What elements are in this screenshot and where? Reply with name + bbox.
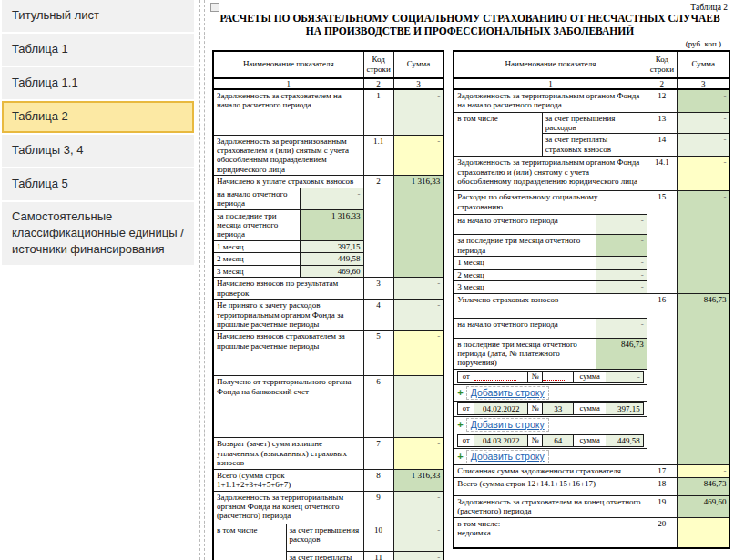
payment-number-field[interactable]: 33 bbox=[542, 403, 574, 414]
sum-cell[interactable]: - bbox=[393, 89, 443, 135]
page-title-line1: РАСЧЕТЫ ПО ОБЯЗАТЕЛЬНОМУ СОЦИАЛЬНОМУ СТР… bbox=[206, 13, 734, 25]
payment-amount-field[interactable]: - bbox=[606, 372, 643, 382]
sum-cell[interactable]: - bbox=[677, 112, 729, 134]
row-code: 16 bbox=[647, 293, 677, 465]
sum-cell[interactable]: 1 316,33 bbox=[393, 176, 443, 278]
row-code: 19 bbox=[647, 495, 677, 517]
sub-value-cell[interactable]: 397,15 bbox=[300, 240, 363, 252]
sub-value-cell[interactable]: - bbox=[596, 215, 647, 235]
row-code: 20 bbox=[647, 517, 677, 548]
sidebar-item-label: Таблица 1.1 bbox=[12, 75, 78, 91]
sum-cell[interactable]: - bbox=[393, 491, 443, 524]
sidebar-item-classification-units[interactable]: Самостоятельные классификационные единиц… bbox=[2, 202, 194, 265]
right-table: Наименование показателя Код строки Сумма… bbox=[453, 50, 730, 550]
payment-number-field[interactable] bbox=[542, 372, 574, 382]
units-label: (руб. коп.) bbox=[206, 39, 734, 48]
col-number: 2 bbox=[363, 78, 393, 89]
payment-row: от № сумма - bbox=[454, 369, 647, 384]
row-code: 7 bbox=[363, 438, 393, 469]
sum-cell[interactable]: - bbox=[393, 135, 443, 176]
sum-cell[interactable]: 846,73 bbox=[677, 477, 729, 495]
add-row-area: +Добавить строку bbox=[454, 417, 647, 433]
payment-sum-label: сумма bbox=[574, 403, 606, 414]
sidebar-item-label: Таблица 2 bbox=[12, 108, 68, 125]
row-code: 17 bbox=[647, 465, 677, 477]
payment-date-field[interactable] bbox=[474, 372, 528, 382]
page-break-line bbox=[199, 0, 200, 560]
row-label: за счет переплаты страховых взносов bbox=[542, 134, 647, 157]
sum-cell[interactable]: - bbox=[393, 331, 443, 376]
payment-sum-label: сумма bbox=[574, 435, 606, 446]
row-code: 1 bbox=[363, 89, 393, 135]
row-code: 6 bbox=[363, 376, 393, 438]
sidebar-item-title-page[interactable]: Титульный лист bbox=[2, 0, 194, 32]
row-label: в том числе: недоимка bbox=[454, 517, 647, 548]
sum-cell[interactable]: - bbox=[677, 465, 729, 477]
sum-cell[interactable]: - bbox=[677, 89, 729, 112]
sum-cell[interactable]: - bbox=[677, 157, 729, 191]
row-code: 15 bbox=[647, 191, 677, 293]
sub-value-cell[interactable]: - bbox=[596, 281, 647, 293]
sub-value-cell[interactable]: 449,58 bbox=[300, 253, 363, 265]
sub-value-cell[interactable]: 469,60 bbox=[300, 265, 363, 277]
sum-cell[interactable]: - bbox=[393, 376, 443, 438]
sum-cell[interactable]: 846,73 bbox=[677, 293, 729, 465]
sum-cell[interactable]: - bbox=[677, 191, 729, 293]
sum-cell[interactable]: - bbox=[677, 134, 729, 157]
row-label: Задолженность за страхователем на начало… bbox=[213, 89, 363, 135]
row-code: 8 bbox=[363, 469, 393, 491]
sub-value-cell[interactable]: - bbox=[596, 235, 647, 257]
row-code: 4 bbox=[363, 300, 393, 331]
sub-value-cell[interactable]: 1 316,33 bbox=[300, 209, 363, 240]
col-header-code: Код строки bbox=[363, 51, 393, 78]
row-label: Задолженность за территориальным органом… bbox=[454, 157, 647, 191]
col-number: 3 bbox=[677, 78, 729, 89]
sub-value-cell[interactable]: - bbox=[596, 318, 647, 338]
row-code: 5 bbox=[363, 331, 393, 376]
payment-amount-field[interactable]: 449,58 bbox=[606, 435, 643, 446]
sum-cell[interactable]: 1 316,33 bbox=[393, 469, 443, 491]
sum-cell[interactable]: - bbox=[393, 438, 443, 469]
sum-cell[interactable]: - bbox=[393, 300, 443, 331]
col-header-sum: Сумма bbox=[677, 51, 729, 78]
sidebar-item-label: Таблица 5 bbox=[12, 176, 68, 192]
sidebar-item-table-1-1[interactable]: Таблица 1.1 bbox=[2, 67, 194, 99]
sub-value-cell[interactable]: - bbox=[596, 269, 647, 280]
sidebar-item-table-5[interactable]: Таблица 5 bbox=[2, 168, 194, 200]
row-label: на начало отчетного периода bbox=[213, 188, 300, 209]
payment-date-field[interactable]: 04.03.2022 bbox=[474, 435, 528, 446]
payment-date-field[interactable]: 04.02.2022 bbox=[474, 403, 528, 414]
sub-value-cell[interactable]: - bbox=[596, 257, 647, 269]
payment-from-label: от bbox=[458, 435, 474, 446]
row-label: Начислено к уплате страховых взносов bbox=[213, 176, 363, 188]
payment-from-label: от bbox=[458, 403, 474, 414]
col-header-sum: Сумма bbox=[393, 51, 443, 78]
row-code: 3 bbox=[363, 278, 393, 300]
payment-amount-field[interactable]: 397,15 bbox=[606, 403, 643, 414]
sum-cell[interactable]: - bbox=[393, 278, 443, 300]
payment-number-field[interactable]: 64 bbox=[542, 435, 574, 446]
required-field-dots bbox=[474, 372, 516, 381]
add-row-link[interactable]: Добавить строку bbox=[466, 418, 549, 432]
row-label: 3 месяц bbox=[213, 265, 300, 277]
sum-cell[interactable]: - bbox=[677, 517, 729, 548]
sidebar-item-table-1[interactable]: Таблица 1 bbox=[2, 34, 194, 66]
row-code: 11 bbox=[363, 551, 393, 560]
row-label: за счет переплаты страховых взносов bbox=[286, 551, 363, 560]
add-row-link[interactable]: Добавить строку bbox=[466, 386, 549, 400]
col-header-code: Код строки bbox=[647, 51, 677, 78]
row-code: 1.1 bbox=[363, 135, 393, 176]
row-label: за счет превышения расходов bbox=[542, 112, 647, 134]
sidebar-item-table-2[interactable]: Таблица 2 bbox=[2, 101, 194, 133]
sidebar-item-tables-3-4[interactable]: Таблицы 3, 4 bbox=[2, 135, 194, 167]
sub-value-cell[interactable]: 846,73 bbox=[596, 338, 647, 369]
sum-cell[interactable]: - bbox=[393, 524, 443, 551]
row-label: Начислено взносов по результатам проверо… bbox=[213, 278, 363, 300]
add-row-link[interactable]: Добавить строку bbox=[466, 450, 549, 463]
sub-value-cell[interactable]: - bbox=[300, 188, 363, 209]
row-label: 2 месяц bbox=[213, 253, 300, 265]
sidebar-item-label: Таблицы 3, 4 bbox=[12, 142, 83, 158]
sum-cell[interactable]: - bbox=[393, 551, 443, 560]
sum-cell[interactable]: 469,60 bbox=[677, 495, 729, 517]
payment-sum-label: сумма bbox=[574, 372, 606, 382]
